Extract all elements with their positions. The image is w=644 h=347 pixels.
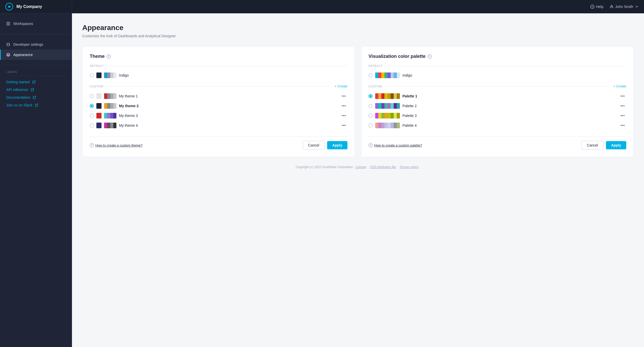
sidebar-link-getting-started[interactable]: Getting started <box>6 80 66 84</box>
palette-default-label: DEFAULT <box>369 64 626 67</box>
svg-rect-6 <box>7 24 8 25</box>
help-label: Help <box>596 5 603 9</box>
help-icon: ? <box>590 5 594 9</box>
footer-license[interactable]: License <box>355 165 366 169</box>
sidebar-item-appearance[interactable]: Appearance <box>0 50 72 60</box>
external-link-icon <box>32 80 36 84</box>
palette-footer-help-icon[interactable]: ? <box>369 143 373 147</box>
theme-radio-2[interactable] <box>90 104 94 108</box>
palette-label-2: Palette 2 <box>402 104 616 108</box>
theme-radio-4[interactable] <box>90 123 94 127</box>
theme-card-footer: ? How to create a custom theme? Cancel A… <box>90 136 347 150</box>
user-menu[interactable]: John Smith <box>610 5 639 9</box>
theme-more-1[interactable]: ••• <box>340 94 347 98</box>
help-button[interactable]: ? Help <box>590 5 603 9</box>
palette-option-indigo-default[interactable]: Indigo <box>369 70 626 80</box>
theme-radio-3[interactable] <box>90 114 94 118</box>
palette-radio-1[interactable] <box>369 94 373 98</box>
sidebar-link-api[interactable]: API reference <box>6 88 66 92</box>
palette-footer-link-text[interactable]: How to create a custom palette? <box>374 143 422 147</box>
palette-footer-actions: Cancel Apply <box>582 141 626 150</box>
theme-option-1[interactable]: My theme 1 ••• <box>90 91 347 101</box>
theme-custom-label: CUSTOM <box>90 85 103 88</box>
footer-copyright: Copyright (c) 2022 GoodData Corporation <box>296 165 353 169</box>
theme-label-4: My theme 4 <box>119 123 337 127</box>
theme-swatch-sq-4 <box>96 123 102 128</box>
palette-swatch-4 <box>375 123 400 128</box>
palette-option-2[interactable]: Palette 2 ••• <box>369 101 626 111</box>
theme-option-4[interactable]: My theme 4 ••• <box>90 121 347 130</box>
palette-option-1[interactable]: Palette 1 ••• <box>369 91 626 101</box>
palette-radio-indigo[interactable] <box>369 73 373 77</box>
palette-help-icon[interactable]: ? <box>428 54 432 59</box>
sidebar-appearance-label: Appearance <box>13 53 33 57</box>
theme-apply-button[interactable]: Apply <box>327 141 347 149</box>
theme-swatch-indigo <box>104 72 116 78</box>
palette-label-indigo: Indigo <box>402 73 626 77</box>
learn-section-label: LEARN <box>6 70 66 76</box>
theme-label-3: My theme 3 <box>119 114 337 118</box>
palette-more-3[interactable]: ••• <box>619 113 626 118</box>
sidebar-link-docs[interactable]: Documentation <box>6 95 66 99</box>
external-link-icon-4 <box>34 103 39 107</box>
palette-more-4[interactable]: ••• <box>619 123 626 128</box>
appearance-icon <box>6 53 10 57</box>
theme-create-button[interactable]: + Create <box>335 84 347 88</box>
palette-cancel-button[interactable]: Cancel <box>582 141 604 150</box>
theme-option-3[interactable]: My theme 3 ••• <box>90 111 347 121</box>
user-name: John Smith <box>615 5 633 9</box>
theme-help-icon[interactable]: ? <box>107 54 111 59</box>
palette-more-1[interactable]: ••• <box>619 94 626 98</box>
sidebar-link-slack[interactable]: Join us on Slack <box>6 103 66 107</box>
page-title: Appearance <box>82 24 634 32</box>
svg-rect-7 <box>8 24 10 25</box>
svg-rect-4 <box>7 22 8 23</box>
theme-cancel-button[interactable]: Cancel <box>303 141 325 150</box>
main-layout: Workspaces Developer settings Appearance <box>0 13 644 347</box>
theme-more-2[interactable]: ••• <box>340 104 347 108</box>
header-right: ? Help John Smith <box>590 5 644 9</box>
palette-label-1: Palette 1 <box>402 94 616 98</box>
sidebar-item-developer[interactable]: Developer settings <box>0 39 72 50</box>
palette-card-title-row: Visualization color palette ? <box>369 54 626 59</box>
theme-label-1: My theme 1 <box>119 94 337 98</box>
theme-more-4[interactable]: ••• <box>340 123 347 128</box>
palette-radio-4[interactable] <box>369 123 373 127</box>
theme-swatch-2 <box>104 103 116 109</box>
theme-footer-help-icon[interactable]: ? <box>90 143 94 147</box>
theme-swatch-sq-2 <box>96 103 102 109</box>
sidebar-item-workspaces[interactable]: Workspaces <box>0 19 72 29</box>
footer-privacy[interactable]: Privacy policy <box>400 165 419 169</box>
palette-radio-3[interactable] <box>369 114 373 118</box>
sidebar-dev-section: Developer settings Appearance <box>0 34 72 65</box>
theme-label-2: My theme 2 <box>119 104 337 108</box>
theme-more-3[interactable]: ••• <box>340 113 347 118</box>
footer-oss[interactable]: OSS Attribution file <box>370 165 396 169</box>
theme-radio-indigo-default[interactable] <box>90 73 94 77</box>
user-icon <box>610 5 614 9</box>
theme-label-indigo: Indigo <box>119 73 347 77</box>
company-name: My Company <box>16 4 42 9</box>
palette-radio-2[interactable] <box>369 104 373 108</box>
theme-swatch-sq-3 <box>96 113 102 118</box>
theme-footer-actions: Cancel Apply <box>303 141 347 150</box>
palette-option-3[interactable]: Palette 3 ••• <box>369 111 626 121</box>
header: My Company ? Help John Smith <box>0 0 644 13</box>
palette-option-4[interactable]: Palette 4 ••• <box>369 121 626 130</box>
theme-option-indigo-default[interactable]: Indigo <box>90 70 347 80</box>
theme-swatch-sq <box>96 72 102 78</box>
palette-create-button[interactable]: + Create <box>613 84 626 88</box>
theme-custom-header: CUSTOM + Create <box>90 84 347 88</box>
theme-radio-1[interactable] <box>90 94 94 98</box>
palette-apply-button[interactable]: Apply <box>606 141 626 149</box>
theme-option-2[interactable]: My theme 2 ••• <box>90 101 347 111</box>
palette-label-3: Palette 3 <box>402 114 616 118</box>
palette-custom-label: CUSTOM <box>369 85 382 88</box>
theme-footer-link-text[interactable]: How to create a custom theme? <box>95 143 143 147</box>
sidebar-workspaces-label: Workspaces <box>13 22 33 26</box>
palette-more-2[interactable]: ••• <box>619 104 626 108</box>
svg-point-11 <box>8 54 9 55</box>
developer-icon <box>6 42 10 47</box>
page-subtitle: Customize the look of Dashboards and Ana… <box>82 34 634 38</box>
theme-card: Theme ? DEFAULT In <box>82 46 355 157</box>
